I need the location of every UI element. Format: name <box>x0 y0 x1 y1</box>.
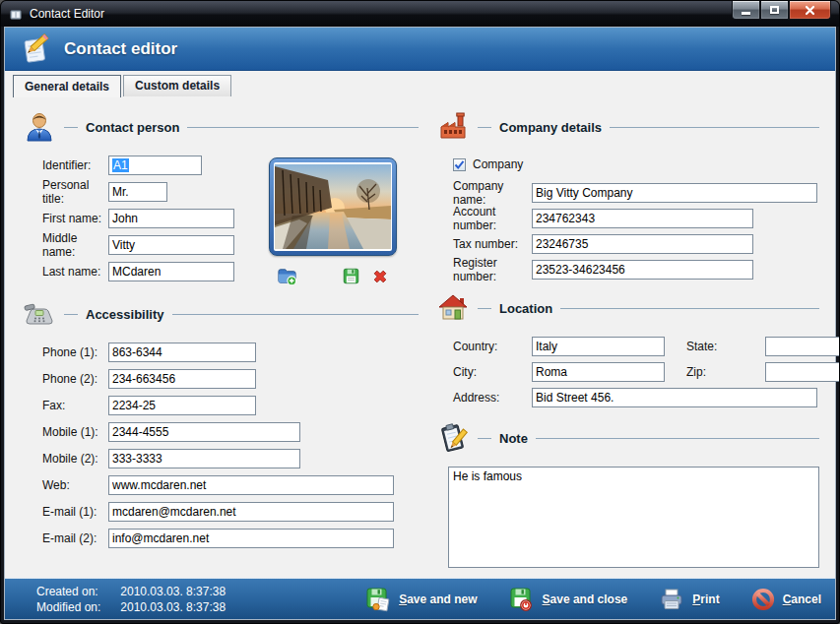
phone2-input[interactable] <box>108 369 256 389</box>
check-icon <box>454 159 465 170</box>
city-input[interactable] <box>532 362 665 382</box>
address-row: Address: <box>436 388 819 407</box>
fax-input[interactable] <box>108 396 256 415</box>
mobile2-row: Mobile (2): <box>23 449 419 468</box>
photo-panel <box>269 157 397 286</box>
client-area: Contact editor General details Custom de… <box>4 27 836 620</box>
factory-icon <box>436 110 470 144</box>
tab-custom-details[interactable]: Custom details <box>123 75 231 96</box>
web-label: Web: <box>42 478 108 492</box>
divider <box>478 438 491 439</box>
divider <box>64 314 78 315</box>
divider <box>536 438 819 439</box>
company-name-label: Company name: <box>453 179 532 207</box>
close-button[interactable] <box>789 1 831 20</box>
phone1-label: Phone (1): <box>42 345 108 359</box>
minimize-icon <box>742 12 750 15</box>
account-number-label: Account number: <box>453 205 532 232</box>
edit-paper-pencil-icon <box>19 33 50 65</box>
clipboard-pencil-icon <box>436 421 470 455</box>
floppy-new-icon <box>365 587 391 612</box>
web-input[interactable] <box>108 475 394 495</box>
zip-input[interactable] <box>765 362 840 382</box>
printer-icon <box>659 587 684 612</box>
mobile1-row: Mobile (1): <box>23 422 419 442</box>
first-name-input[interactable] <box>108 209 234 228</box>
contact-editor-window: Contact Editor <box>0 0 840 624</box>
red-x-icon <box>371 268 389 285</box>
print-label: Print <box>692 593 719 606</box>
last-name-label: Last name: <box>42 265 108 279</box>
company-name-row: Company name: <box>436 183 819 203</box>
email2-label: E-mail (2): <box>42 531 108 545</box>
created-on-row: Created on: 2010.03.03. 8:37:38 <box>36 584 226 599</box>
action-buttons: Save and new Save and close <box>365 587 821 612</box>
account-number-row: Account number: <box>436 209 819 228</box>
divider <box>478 308 491 309</box>
phone-icon <box>23 297 56 331</box>
cancel-button[interactable]: Cancel <box>751 588 821 611</box>
tax-number-row: Tax number: <box>436 234 819 254</box>
mobile1-label: Mobile (1): <box>42 425 108 439</box>
address-label: Address: <box>453 391 532 405</box>
save-and-close-button[interactable]: Save and close <box>509 587 628 612</box>
delete-photo-button[interactable] <box>371 268 389 285</box>
tax-number-input[interactable] <box>532 234 753 254</box>
folder-add-icon <box>277 266 297 286</box>
state-label: State: <box>686 340 765 353</box>
contact-photo <box>275 164 391 249</box>
email2-input[interactable] <box>108 529 394 548</box>
last-name-input[interactable] <box>108 262 234 281</box>
state-input[interactable] <box>765 337 840 356</box>
person-icon <box>23 110 56 144</box>
dialog-header: Contact editor <box>5 28 835 71</box>
notebook-icon <box>9 7 24 22</box>
account-number-input[interactable] <box>532 209 753 228</box>
maximize-button[interactable] <box>760 1 789 20</box>
email1-input[interactable] <box>108 502 394 522</box>
section-title: Location <box>499 301 552 316</box>
mobile1-input[interactable] <box>108 422 300 442</box>
note-textarea[interactable]: He is famous <box>448 467 819 568</box>
load-photo-button[interactable] <box>277 266 297 286</box>
register-number-input[interactable] <box>532 260 753 280</box>
save-and-close-label: Save and close <box>543 593 628 606</box>
minimize-button[interactable] <box>732 1 760 20</box>
divider <box>478 127 491 128</box>
phone2-label: Phone (2): <box>42 372 108 386</box>
house-icon <box>436 291 470 325</box>
save-photo-button[interactable] <box>343 268 359 284</box>
fax-label: Fax: <box>42 399 108 412</box>
tab-general-details[interactable]: General details <box>13 75 121 97</box>
mobile2-input[interactable] <box>108 449 300 468</box>
tax-number-label: Tax number: <box>453 237 532 251</box>
web-row: Web: <box>23 475 419 495</box>
print-button[interactable]: Print <box>659 587 719 612</box>
section-contact-person: Contact person <box>23 110 419 144</box>
titlebar[interactable]: Contact Editor <box>1 1 839 27</box>
photo-actions <box>269 266 397 286</box>
save-and-new-button[interactable]: Save and new <box>365 587 477 612</box>
bottom-bar: Created on: 2010.03.03. 8:37:38 Modified… <box>5 578 835 619</box>
identifier-input[interactable]: A1 <box>108 156 202 175</box>
address-input[interactable] <box>532 388 817 407</box>
personal-title-input[interactable] <box>108 182 167 202</box>
middle-name-input[interactable] <box>108 235 234 255</box>
company-name-input[interactable] <box>532 183 817 203</box>
email1-row: E-mail (1): <box>23 502 419 522</box>
section-title: Note <box>499 431 528 446</box>
phone1-input[interactable] <box>108 343 256 362</box>
company-checkbox[interactable] <box>453 158 466 171</box>
phone1-row: Phone (1): <box>23 343 419 362</box>
modified-on-value: 2010.03.03. 8:37:38 <box>120 600 226 614</box>
floppy-power-icon <box>509 587 535 612</box>
country-input[interactable] <box>532 337 665 356</box>
left-column: Contact person Identifier: A1 Personal t… <box>23 106 419 578</box>
email2-row: E-mail (2): <box>23 529 419 548</box>
section-location: Location <box>436 291 819 325</box>
tabstrip: General details Custom details <box>5 71 835 96</box>
company-checkbox-label[interactable]: Company <box>473 157 523 171</box>
section-note: Note <box>436 421 819 455</box>
save-and-new-label: Save and new <box>399 593 477 606</box>
first-name-label: First name: <box>42 212 108 225</box>
